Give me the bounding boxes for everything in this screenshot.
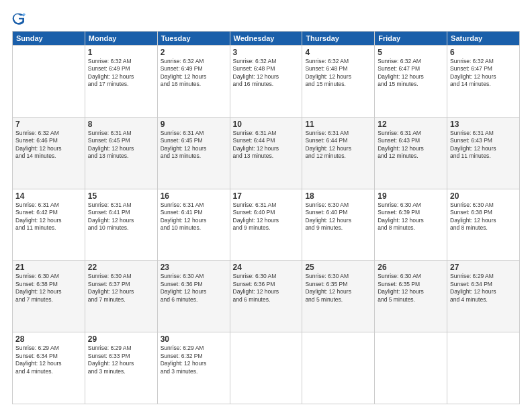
header (12, 12, 520, 26)
day-number: 13 (450, 120, 517, 129)
day-number: 22 (88, 263, 154, 272)
day-number: 3 (233, 48, 300, 57)
calendar-cell: 28Sunrise: 6:29 AM Sunset: 6:34 PM Dayli… (13, 332, 85, 404)
calendar-week-4: 21Sunrise: 6:30 AM Sunset: 6:38 PM Dayli… (13, 261, 520, 332)
day-info: Sunrise: 6:31 AM Sunset: 6:41 PM Dayligh… (88, 201, 154, 232)
day-info: Sunrise: 6:30 AM Sunset: 6:39 PM Dayligh… (378, 201, 444, 232)
day-info: Sunrise: 6:31 AM Sunset: 6:44 PM Dayligh… (305, 130, 371, 161)
day-info: Sunrise: 6:31 AM Sunset: 6:40 PM Dayligh… (233, 201, 300, 232)
calendar-cell: 9Sunrise: 6:31 AM Sunset: 6:45 PM Daylig… (157, 117, 230, 189)
day-number: 18 (305, 191, 371, 201)
calendar-week-5: 28Sunrise: 6:29 AM Sunset: 6:34 PM Dayli… (13, 332, 520, 404)
day-number: 7 (15, 120, 82, 129)
calendar-cell: 12Sunrise: 6:31 AM Sunset: 6:43 PM Dayli… (375, 117, 447, 189)
column-header-monday: Monday (85, 32, 157, 46)
day-number: 30 (161, 334, 227, 344)
day-info: Sunrise: 6:30 AM Sunset: 6:40 PM Dayligh… (305, 201, 371, 232)
day-number: 19 (378, 191, 444, 201)
calendar-cell: 8Sunrise: 6:31 AM Sunset: 6:45 PM Daylig… (85, 117, 157, 189)
day-info: Sunrise: 6:30 AM Sunset: 6:35 PM Dayligh… (378, 273, 444, 304)
calendar-cell (13, 46, 85, 118)
day-number: 20 (450, 191, 517, 201)
day-info: Sunrise: 6:32 AM Sunset: 6:48 PM Dayligh… (233, 58, 300, 89)
day-info: Sunrise: 6:31 AM Sunset: 6:45 PM Dayligh… (161, 130, 227, 161)
day-info: Sunrise: 6:32 AM Sunset: 6:47 PM Dayligh… (450, 58, 517, 89)
calendar-cell: 30Sunrise: 6:29 AM Sunset: 6:32 PM Dayli… (157, 332, 230, 404)
day-info: Sunrise: 6:30 AM Sunset: 6:38 PM Dayligh… (15, 273, 82, 304)
calendar-cell: 18Sunrise: 6:30 AM Sunset: 6:40 PM Dayli… (302, 189, 375, 261)
day-number: 15 (88, 191, 154, 201)
day-info: Sunrise: 6:29 AM Sunset: 6:32 PM Dayligh… (161, 345, 227, 375)
day-number: 2 (161, 48, 227, 57)
day-number: 24 (233, 263, 300, 272)
day-number: 8 (88, 120, 154, 129)
day-number: 6 (450, 48, 517, 57)
calendar-cell: 20Sunrise: 6:30 AM Sunset: 6:38 PM Dayli… (447, 189, 520, 261)
day-number: 28 (15, 334, 82, 344)
day-info: Sunrise: 6:30 AM Sunset: 6:37 PM Dayligh… (88, 273, 154, 304)
day-info: Sunrise: 6:29 AM Sunset: 6:33 PM Dayligh… (88, 345, 154, 375)
day-info: Sunrise: 6:30 AM Sunset: 6:36 PM Dayligh… (233, 273, 300, 304)
calendar-header-row: SundayMondayTuesdayWednesdayThursdayFrid… (13, 32, 520, 46)
day-info: Sunrise: 6:32 AM Sunset: 6:46 PM Dayligh… (15, 130, 82, 161)
calendar-cell (302, 332, 375, 404)
day-number: 5 (378, 48, 444, 57)
day-number: 14 (15, 191, 82, 201)
calendar-cell: 21Sunrise: 6:30 AM Sunset: 6:38 PM Dayli… (13, 261, 85, 332)
calendar-cell: 15Sunrise: 6:31 AM Sunset: 6:41 PM Dayli… (85, 189, 157, 261)
calendar-cell (375, 332, 447, 404)
day-info: Sunrise: 6:31 AM Sunset: 6:42 PM Dayligh… (15, 201, 82, 232)
page: SundayMondayTuesdayWednesdayThursdayFrid… (0, 0, 532, 411)
day-number: 26 (378, 263, 444, 272)
calendar-cell: 16Sunrise: 6:31 AM Sunset: 6:41 PM Dayli… (157, 189, 230, 261)
calendar-cell: 4Sunrise: 6:32 AM Sunset: 6:48 PM Daylig… (302, 46, 375, 118)
day-number: 11 (305, 120, 371, 129)
day-info: Sunrise: 6:29 AM Sunset: 6:34 PM Dayligh… (450, 273, 517, 304)
calendar-week-1: 1Sunrise: 6:32 AM Sunset: 6:49 PM Daylig… (13, 46, 520, 118)
day-info: Sunrise: 6:32 AM Sunset: 6:49 PM Dayligh… (161, 58, 227, 89)
day-number: 9 (161, 120, 227, 129)
day-number: 29 (88, 334, 154, 344)
day-info: Sunrise: 6:30 AM Sunset: 6:38 PM Dayligh… (450, 201, 517, 232)
day-info: Sunrise: 6:31 AM Sunset: 6:43 PM Dayligh… (450, 130, 517, 161)
calendar-week-3: 14Sunrise: 6:31 AM Sunset: 6:42 PM Dayli… (13, 189, 520, 261)
calendar-cell: 19Sunrise: 6:30 AM Sunset: 6:39 PM Dayli… (375, 189, 447, 261)
day-info: Sunrise: 6:31 AM Sunset: 6:41 PM Dayligh… (161, 201, 227, 232)
day-number: 21 (15, 263, 82, 272)
logo-icon (12, 12, 26, 26)
logo (12, 12, 28, 26)
day-info: Sunrise: 6:31 AM Sunset: 6:45 PM Dayligh… (88, 130, 154, 161)
calendar-cell: 11Sunrise: 6:31 AM Sunset: 6:44 PM Dayli… (302, 117, 375, 189)
calendar-cell: 29Sunrise: 6:29 AM Sunset: 6:33 PM Dayli… (85, 332, 157, 404)
calendar-table: SundayMondayTuesdayWednesdayThursdayFrid… (12, 31, 520, 404)
day-number: 4 (305, 48, 371, 57)
calendar-cell: 17Sunrise: 6:31 AM Sunset: 6:40 PM Dayli… (230, 189, 302, 261)
day-number: 17 (233, 191, 300, 201)
day-number: 23 (161, 263, 227, 272)
calendar-cell: 7Sunrise: 6:32 AM Sunset: 6:46 PM Daylig… (13, 117, 85, 189)
calendar-cell: 2Sunrise: 6:32 AM Sunset: 6:49 PM Daylig… (157, 46, 230, 118)
calendar-cell: 27Sunrise: 6:29 AM Sunset: 6:34 PM Dayli… (447, 261, 520, 332)
calendar-week-2: 7Sunrise: 6:32 AM Sunset: 6:46 PM Daylig… (13, 117, 520, 189)
calendar-cell: 26Sunrise: 6:30 AM Sunset: 6:35 PM Dayli… (375, 261, 447, 332)
day-info: Sunrise: 6:31 AM Sunset: 6:44 PM Dayligh… (233, 130, 300, 161)
calendar-cell (230, 332, 302, 404)
calendar-cell: 10Sunrise: 6:31 AM Sunset: 6:44 PM Dayli… (230, 117, 302, 189)
day-info: Sunrise: 6:32 AM Sunset: 6:49 PM Dayligh… (88, 58, 154, 89)
day-info: Sunrise: 6:29 AM Sunset: 6:34 PM Dayligh… (15, 345, 82, 375)
day-info: Sunrise: 6:30 AM Sunset: 6:36 PM Dayligh… (161, 273, 227, 304)
calendar-cell (447, 332, 520, 404)
calendar-cell: 5Sunrise: 6:32 AM Sunset: 6:47 PM Daylig… (375, 46, 447, 118)
calendar-cell: 1Sunrise: 6:32 AM Sunset: 6:49 PM Daylig… (85, 46, 157, 118)
calendar-cell: 22Sunrise: 6:30 AM Sunset: 6:37 PM Dayli… (85, 261, 157, 332)
calendar-cell: 23Sunrise: 6:30 AM Sunset: 6:36 PM Dayli… (157, 261, 230, 332)
day-number: 10 (233, 120, 300, 129)
column-header-saturday: Saturday (447, 32, 520, 46)
day-number: 25 (305, 263, 371, 272)
day-info: Sunrise: 6:31 AM Sunset: 6:43 PM Dayligh… (378, 130, 444, 161)
column-header-friday: Friday (375, 32, 447, 46)
calendar-cell: 3Sunrise: 6:32 AM Sunset: 6:48 PM Daylig… (230, 46, 302, 118)
calendar-cell: 24Sunrise: 6:30 AM Sunset: 6:36 PM Dayli… (230, 261, 302, 332)
day-number: 16 (161, 191, 227, 201)
column-header-thursday: Thursday (302, 32, 375, 46)
